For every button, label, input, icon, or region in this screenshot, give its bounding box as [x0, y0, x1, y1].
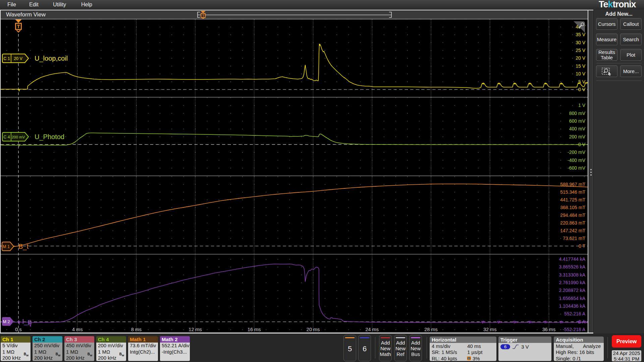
svg-text:3.865526 kA: 3.865526 kA: [559, 264, 585, 269]
svg-text:515.346 mT: 515.346 mT: [560, 189, 585, 195]
svg-text:-400 mV: -400 mV: [568, 158, 586, 163]
svg-text:220.863 mT: 220.863 mT: [560, 220, 585, 226]
svg-text:30 V: 30 V: [576, 40, 585, 45]
svg-text:T: T: [468, 357, 470, 360]
svg-text:8 ms: 8 ms: [131, 327, 142, 332]
svg-text:4.417744 kA: 4.417744 kA: [559, 256, 585, 262]
svg-text:2.208872 kA: 2.208872 kA: [559, 288, 585, 293]
svg-text:368.105 mT: 368.105 mT: [560, 205, 585, 210]
svg-text:800 mV: 800 mV: [569, 111, 586, 116]
svg-text:0 V: 0 V: [578, 87, 586, 92]
svg-text:M 2: M 2: [3, 319, 10, 324]
svg-text:1.656654 kA: 1.656654 kA: [559, 296, 585, 301]
svg-text:10 V: 10 V: [576, 71, 585, 76]
svg-text:-200 mV: -200 mV: [568, 149, 586, 155]
svg-text:600 mV: 600 mV: [569, 118, 586, 124]
svg-text:15 V: 15 V: [576, 63, 585, 69]
svg-text:C 4: C 4: [3, 135, 10, 139]
svg-text:552.218 A: 552.218 A: [564, 311, 586, 316]
svg-text:I_p: I_p: [22, 318, 32, 325]
svg-text:200 mV: 200 mV: [569, 134, 586, 139]
svg-text:16 ms: 16 ms: [248, 327, 261, 332]
svg-text:U_loop,coil: U_loop,coil: [35, 55, 68, 62]
svg-text:20 V: 20 V: [576, 55, 585, 61]
svg-text:U_Photod: U_Photod: [35, 133, 64, 141]
svg-text:4 ms: 4 ms: [72, 327, 83, 332]
svg-text:T: T: [202, 14, 204, 18]
svg-text:M 1: M 1: [3, 244, 10, 249]
svg-text:400 mV: 400 mV: [569, 126, 586, 131]
svg-text:-600 mV: -600 mV: [568, 165, 586, 171]
svg-text:0 s: 0 s: [15, 327, 21, 332]
svg-text:-552.218 A: -552.218 A: [562, 327, 585, 332]
svg-text:200 mV: 200 mV: [12, 135, 25, 139]
svg-text:2.761090 kA: 2.761090 kA: [559, 280, 585, 285]
svg-text:441.725 mT: 441.725 mT: [560, 197, 585, 202]
svg-text:1 V: 1 V: [578, 103, 586, 108]
svg-text:32 ms: 32 ms: [483, 327, 497, 332]
svg-text:28 ms: 28 ms: [424, 327, 438, 332]
svg-text:35 V: 35 V: [576, 32, 585, 37]
svg-text:12 ms: 12 ms: [189, 327, 202, 332]
svg-text:3.313308 kA: 3.313308 kA: [559, 272, 585, 278]
svg-text:1.104436 kA: 1.104436 kA: [559, 303, 585, 309]
svg-text:36 ms: 36 ms: [542, 327, 556, 332]
svg-text:24 ms: 24 ms: [366, 327, 379, 332]
svg-text:C 1: C 1: [3, 56, 10, 61]
svg-text:20 ms: 20 ms: [307, 327, 320, 332]
svg-text:147.242 mT: 147.242 mT: [560, 228, 585, 233]
svg-text:20 V: 20 V: [14, 56, 22, 61]
svg-text:73.621 mT: 73.621 mT: [563, 236, 585, 241]
svg-text:0 T: 0 T: [579, 243, 585, 249]
svg-text:B_t: B_t: [18, 243, 29, 250]
svg-text:T: T: [17, 24, 20, 29]
svg-text:294.484 mT: 294.484 mT: [560, 213, 585, 218]
svg-text:25 V: 25 V: [576, 48, 585, 53]
